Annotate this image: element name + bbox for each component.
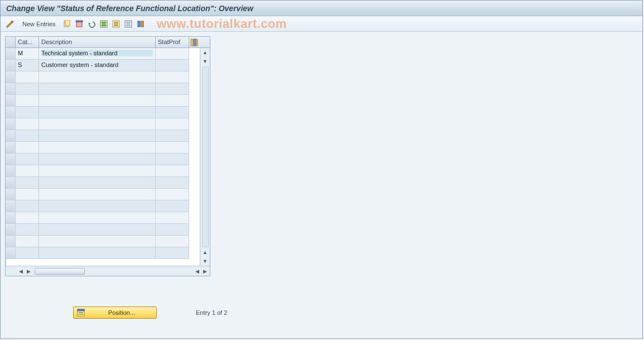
row-selector[interactable] bbox=[6, 165, 16, 177]
entry-count-label: Entry 1 of 2 bbox=[196, 309, 227, 316]
svg-rect-10 bbox=[114, 23, 118, 25]
svg-rect-22 bbox=[78, 309, 84, 311]
row-selector[interactable] bbox=[6, 95, 16, 107]
table-row[interactable] bbox=[6, 95, 200, 107]
select-all-rows[interactable] bbox=[6, 37, 16, 47]
table-row[interactable] bbox=[6, 118, 200, 130]
row-selector[interactable] bbox=[6, 60, 16, 71]
row-selector[interactable] bbox=[6, 200, 16, 212]
table-row[interactable] bbox=[6, 83, 200, 95]
row-selector[interactable] bbox=[6, 130, 16, 142]
svg-rect-23 bbox=[79, 312, 83, 313]
cell-desc[interactable] bbox=[41, 61, 153, 68]
title-bar: Change View "Status of Reference Functio… bbox=[1, 1, 642, 16]
watermark-text: www.tutorialkart.com bbox=[157, 16, 287, 32]
row-selector[interactable] bbox=[6, 189, 16, 200]
svg-rect-2 bbox=[76, 22, 82, 27]
grid-header: Cat... Description StatProf bbox=[6, 37, 210, 48]
row-selector[interactable] bbox=[6, 236, 16, 247]
copy-as-icon[interactable] bbox=[61, 18, 73, 30]
scroll-first-icon[interactable]: ◀ bbox=[17, 267, 25, 275]
horizontal-scrollbar[interactable]: ◀ ▶ ◀ ▶ bbox=[6, 266, 210, 276]
table-row[interactable] bbox=[6, 212, 200, 224]
scroll-left-icon[interactable]: ▶ bbox=[25, 267, 32, 275]
new-entries-button[interactable]: New Entries bbox=[17, 18, 60, 30]
table-row[interactable] bbox=[6, 165, 200, 177]
config-icon[interactable] bbox=[135, 18, 146, 30]
table-row[interactable] bbox=[6, 189, 200, 200]
svg-rect-6 bbox=[102, 23, 106, 25]
table-row[interactable] bbox=[6, 130, 200, 142]
cell-desc[interactable] bbox=[41, 50, 153, 56]
cell-prof[interactable] bbox=[158, 50, 186, 56]
row-selector[interactable] bbox=[6, 224, 16, 236]
position-button[interactable]: Position... bbox=[73, 307, 157, 319]
svg-rect-7 bbox=[102, 25, 106, 26]
svg-rect-24 bbox=[79, 314, 83, 315]
body-area: Cat... Description StatProf bbox=[1, 32, 642, 338]
row-selector[interactable] bbox=[6, 142, 16, 154]
delete-icon[interactable] bbox=[74, 18, 85, 30]
table-row[interactable] bbox=[6, 224, 200, 236]
svg-rect-13 bbox=[126, 22, 131, 23]
row-selector[interactable] bbox=[6, 48, 16, 60]
column-header-category[interactable]: Cat... bbox=[16, 37, 39, 47]
data-grid: Cat... Description StatProf bbox=[5, 36, 210, 276]
grid-body-inner bbox=[6, 48, 200, 266]
table-row[interactable] bbox=[6, 48, 200, 60]
scroll-down-step-icon[interactable]: ▼ bbox=[201, 57, 210, 66]
row-selector[interactable] bbox=[6, 118, 16, 130]
row-selector[interactable] bbox=[6, 177, 16, 189]
position-label: Position... bbox=[90, 309, 153, 316]
column-header-description[interactable]: Description bbox=[39, 37, 156, 47]
row-selector[interactable] bbox=[6, 212, 16, 224]
table-row[interactable] bbox=[6, 247, 200, 259]
table-row[interactable] bbox=[6, 142, 200, 154]
hscroll-thumb[interactable] bbox=[35, 268, 85, 275]
vscroll-track[interactable] bbox=[202, 66, 209, 247]
select-all-icon[interactable] bbox=[98, 18, 109, 30]
vertical-scrollbar[interactable]: ▲ ▼ ▲ ▼ bbox=[200, 48, 210, 266]
svg-rect-11 bbox=[114, 25, 118, 26]
svg-rect-5 bbox=[102, 22, 106, 23]
svg-rect-18 bbox=[191, 39, 193, 46]
row-selector[interactable] bbox=[6, 107, 16, 118]
scroll-up-icon[interactable]: ▲ bbox=[201, 48, 210, 57]
cell-prof[interactable] bbox=[158, 61, 186, 68]
svg-rect-3 bbox=[76, 21, 83, 22]
undo-change-icon[interactable] bbox=[86, 18, 97, 30]
row-selector[interactable] bbox=[6, 71, 16, 83]
table-row[interactable] bbox=[6, 107, 200, 118]
row-selector[interactable] bbox=[6, 247, 16, 259]
svg-rect-9 bbox=[114, 22, 118, 23]
scroll-down-icon[interactable]: ▼ bbox=[201, 257, 210, 266]
svg-rect-19 bbox=[194, 39, 196, 46]
select-block-icon[interactable] bbox=[110, 18, 122, 30]
scroll-last-icon[interactable]: ▶ bbox=[201, 267, 209, 275]
table-row[interactable] bbox=[6, 60, 200, 71]
new-entries-label: New Entries bbox=[22, 21, 55, 27]
svg-rect-14 bbox=[126, 23, 131, 25]
cell-cat[interactable] bbox=[18, 61, 36, 68]
svg-rect-15 bbox=[126, 25, 131, 26]
scroll-right-icon[interactable]: ◀ bbox=[193, 267, 201, 275]
page-title: Change View "Status of Reference Functio… bbox=[6, 4, 253, 13]
svg-rect-1 bbox=[65, 20, 70, 26]
row-selector[interactable] bbox=[6, 154, 16, 165]
svg-rect-17 bbox=[141, 21, 143, 27]
scroll-up-step-icon[interactable]: ▲ bbox=[201, 248, 210, 257]
cell-cat[interactable] bbox=[18, 50, 36, 56]
table-row[interactable] bbox=[6, 177, 200, 189]
deselect-all-icon[interactable] bbox=[123, 18, 134, 30]
table-row[interactable] bbox=[6, 71, 200, 83]
toggle-change-icon[interactable] bbox=[4, 18, 16, 30]
position-icon bbox=[77, 309, 85, 317]
table-row[interactable] bbox=[6, 154, 200, 165]
svg-rect-20 bbox=[196, 39, 198, 46]
table-row[interactable] bbox=[6, 236, 200, 247]
table-row[interactable] bbox=[6, 200, 200, 212]
configure-columns-icon[interactable] bbox=[189, 37, 199, 47]
column-header-statprof[interactable]: StatProf bbox=[156, 37, 189, 47]
svg-rect-16 bbox=[138, 21, 140, 27]
row-selector[interactable] bbox=[6, 83, 16, 95]
